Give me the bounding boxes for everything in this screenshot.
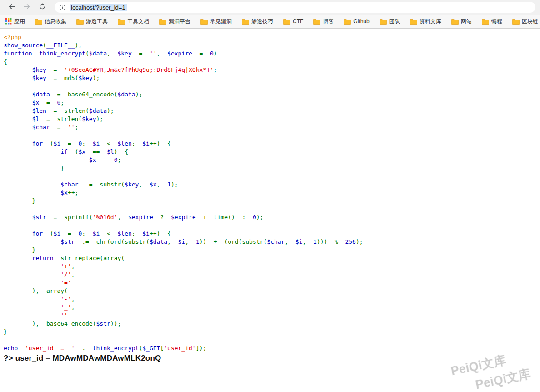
code-line: $x++;	[4, 189, 540, 197]
code-line: '-',	[4, 295, 540, 303]
code-line: '='	[4, 279, 540, 287]
bookmark-item[interactable]: 网站	[451, 18, 472, 25]
bookmark-label: 编程	[491, 18, 502, 25]
address-bar[interactable]: localhost/?user_id=1	[55, 2, 535, 13]
bookmark-item[interactable]: 博客	[313, 18, 334, 25]
folder-icon	[410, 19, 417, 25]
code-line: $l = strlen($key);	[4, 115, 540, 123]
code-line: function think_encrypt($data, $key = '',…	[4, 50, 540, 58]
folder-icon	[313, 19, 320, 25]
folder-icon	[380, 19, 387, 25]
code-line	[4, 172, 540, 181]
watermark: PeiQi文库	[474, 366, 532, 392]
bookmark-item[interactable]: 漏洞平台	[159, 18, 190, 25]
code-line	[4, 131, 540, 140]
bookmark-label: 资料文库	[420, 18, 441, 25]
folder-icon	[118, 19, 125, 25]
folder-icon	[451, 19, 459, 25]
bookmark-label: 漏洞平台	[169, 18, 190, 25]
bookmarks-bar: 应用信息收集渗透工具工具文档漏洞平台常见漏洞渗透技巧CTF博客Github团队资…	[0, 15, 540, 29]
bookmark-label: 团队	[389, 18, 400, 25]
bookmark-item[interactable]: 区块链	[512, 18, 538, 25]
code-line: $data = base64_encode($data);	[4, 90, 540, 99]
code-line: ), array(	[4, 287, 540, 295]
code-line: <?php	[4, 33, 540, 41]
bookmark-item[interactable]: CTF	[283, 18, 303, 25]
code-line: }	[4, 164, 540, 172]
code-line: $key = '+0SeoAC#YR,Jm&c?[PhUg9u;:Drd8Fj4…	[4, 66, 540, 74]
back-button[interactable]	[5, 1, 18, 14]
forward-button[interactable]	[20, 1, 34, 14]
bookmark-label: 常见漏洞	[210, 18, 232, 25]
code-line: '/',	[4, 271, 540, 279]
code-line: $key = md5($key);	[4, 74, 540, 82]
bookmark-item[interactable]: 团队	[380, 18, 400, 25]
bookmark-label: Github	[353, 18, 369, 25]
code-line: {	[4, 58, 540, 66]
folder-icon	[512, 19, 520, 25]
code-line: $x = 0;	[4, 99, 540, 107]
bookmark-label: 渗透技巧	[251, 18, 273, 25]
back-arrow-icon	[8, 3, 15, 12]
bookmark-item[interactable]: 应用	[5, 18, 25, 25]
bookmark-item[interactable]: 常见漏洞	[200, 18, 232, 25]
bookmark-label: CTF	[293, 18, 303, 25]
php-source-code: <?phpshow_source(__FILE__);function thin…	[4, 33, 540, 352]
folder-icon	[283, 19, 290, 25]
script-output: ?> user_id = MDAwMDAwMDAwMLK2onQ	[4, 354, 540, 363]
bookmark-label: 博客	[323, 18, 334, 25]
code-line: '+',	[4, 262, 540, 271]
bookmark-label: 渗透工具	[86, 18, 108, 25]
code-line: ), base64_encode($str));	[4, 320, 540, 328]
code-line: if ($x == $l) {	[4, 148, 540, 156]
code-line: echo 'user_id = ' . think_encrypt($_GET[…	[4, 344, 540, 352]
code-line	[4, 336, 540, 344]
bookmark-item[interactable]: 编程	[482, 18, 502, 25]
site-info-icon[interactable]	[59, 4, 66, 11]
bookmark-item[interactable]: 工具文档	[118, 18, 149, 25]
folder-icon	[344, 19, 351, 25]
url-text: localhost/?user_id=1	[70, 4, 127, 11]
browser-window: localhost/?user_id=1 应用信息收集渗透工具工具文档漏洞平台常…	[0, 0, 540, 363]
bookmark-label: 区块链	[522, 18, 538, 25]
reload-icon	[39, 3, 46, 12]
reload-button[interactable]	[35, 1, 49, 14]
code-line: $char .= substr($key, $x, 1);	[4, 181, 540, 189]
bookmark-label: 应用	[14, 18, 25, 25]
forward-arrow-icon	[23, 3, 31, 12]
code-line: ''	[4, 312, 540, 320]
code-line	[4, 205, 540, 213]
bookmark-item[interactable]: 渗透技巧	[242, 18, 273, 25]
apps-grid-icon	[5, 18, 12, 25]
folder-icon	[242, 19, 249, 25]
bookmark-item[interactable]: Github	[344, 18, 369, 25]
code-line: }	[4, 328, 540, 336]
code-line: for ($i = 0; $i < $len; $i++) {	[4, 140, 540, 148]
bookmark-label: 工具文档	[127, 18, 149, 25]
code-line: return str_replace(array(	[4, 254, 540, 262]
bookmark-label: 信息收集	[45, 18, 66, 25]
folder-icon	[159, 19, 166, 25]
bookmark-item[interactable]: 信息收集	[35, 18, 66, 25]
code-line: $char = '';	[4, 123, 540, 131]
code-line: for ($i = 0; $i < $len; $i++) {	[4, 230, 540, 238]
folder-icon	[482, 19, 489, 25]
folder-icon	[76, 19, 84, 25]
folder-icon	[35, 19, 42, 25]
code-line: show_source(__FILE__);	[4, 41, 540, 50]
code-line: $str .= chr(ord(substr($data, $i, 1)) + …	[4, 238, 540, 246]
page-content: <?phpshow_source(__FILE__);function thin…	[0, 29, 540, 363]
code-line: $len = strlen($data);	[4, 107, 540, 115]
bookmark-label: 网站	[461, 18, 472, 25]
code-line: }	[4, 246, 540, 254]
code-line: }	[4, 197, 540, 205]
code-line: $str = sprintf('%010d', $expire ? $expir…	[4, 213, 540, 221]
code-line	[4, 82, 540, 90]
folder-icon	[200, 19, 208, 25]
code-line: $x = 0;	[4, 156, 540, 164]
browser-toolbar: localhost/?user_id=1	[0, 0, 540, 15]
bookmark-item[interactable]: 资料文库	[410, 18, 441, 25]
code-line: '_',	[4, 303, 540, 312]
code-line	[4, 221, 540, 230]
bookmark-item[interactable]: 渗透工具	[76, 18, 108, 25]
